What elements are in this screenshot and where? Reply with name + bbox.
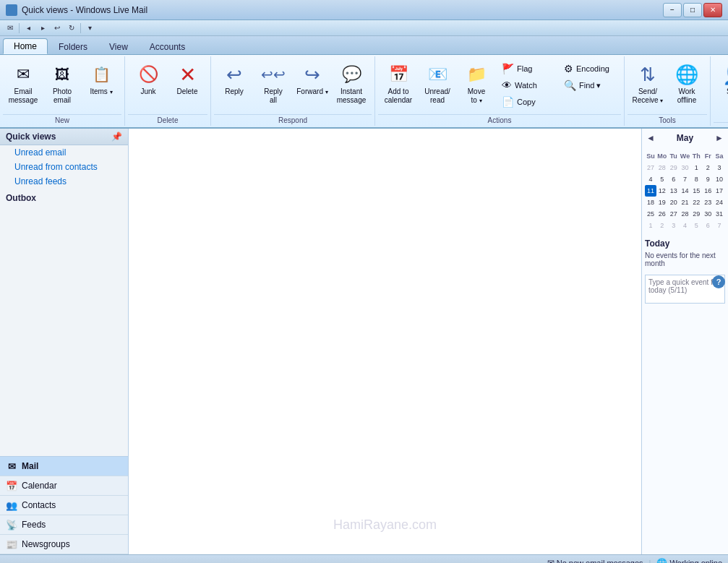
unread-feeds-item[interactable]: Unread feeds <box>0 174 128 189</box>
cal-day-2[interactable]: 2 <box>702 162 714 173</box>
unread-email-item[interactable]: Unread email <box>0 145 128 160</box>
reply-icon: ↩ <box>223 63 246 86</box>
cal-day-15[interactable]: 15 <box>690 185 702 197</box>
nav-calendar-label: Calendar <box>22 481 57 491</box>
cal-day-28[interactable]: 28 <box>680 208 691 220</box>
encoding-button[interactable]: ⚙ Encoding <box>560 61 618 77</box>
reply-all-button[interactable]: ↩↩ Replyall <box>254 59 292 107</box>
today-label: Today <box>645 238 725 249</box>
copy-button[interactable]: 📄 Copy <box>498 94 556 110</box>
nav-mail[interactable]: ✉ Mail <box>0 457 128 476</box>
add-to-calendar-button[interactable]: 📅 Add tocalendar <box>380 59 417 107</box>
cal-day-5-next[interactable]: 5 <box>690 220 702 231</box>
cal-day-25[interactable]: 25 <box>645 208 656 220</box>
cal-day-27[interactable]: 27 <box>668 208 680 220</box>
cal-day-30-prev[interactable]: 30 <box>680 162 691 173</box>
quick-views-header: Quick views 📌 <box>0 129 128 145</box>
unread-read-button[interactable]: 📧 Unread/read <box>419 59 456 107</box>
cal-day-29[interactable]: 29 <box>690 208 702 220</box>
items-button[interactable]: 📋 Items ▾ <box>82 59 120 106</box>
cal-day-9[interactable]: 9 <box>702 173 714 185</box>
cal-day-19[interactable]: 19 <box>656 197 668 208</box>
signin-group-label <box>714 122 728 124</box>
cal-day-12[interactable]: 12 <box>656 185 668 197</box>
quick-undo-button[interactable]: ↩ <box>50 22 64 35</box>
cal-day-31[interactable]: 31 <box>714 208 725 220</box>
cal-day-3[interactable]: 3 <box>714 162 725 173</box>
content-area: HamiRayane.com <box>129 129 641 554</box>
no-email-status: ✉ No new email messages <box>547 558 643 564</box>
unread-contacts-item[interactable]: Unread from contacts <box>0 160 128 174</box>
cal-day-6-next[interactable]: 6 <box>702 220 714 231</box>
cal-day-26[interactable]: 26 <box>656 208 668 220</box>
quick-views-pin-icon[interactable]: 📌 <box>111 132 122 142</box>
work-offline-button[interactable]: 🌐 Workoffline <box>668 59 706 107</box>
cal-day-1-next[interactable]: 1 <box>645 220 656 231</box>
cal-day-23[interactable]: 23 <box>702 197 714 208</box>
quick-new-button[interactable]: ✉ <box>3 22 17 35</box>
respond-group-label: Respond <box>214 114 372 124</box>
calendar-week-2: 4 5 6 7 8 9 10 <box>645 173 725 185</box>
forward-button[interactable]: ↪ Forward ▾ <box>294 59 331 106</box>
cal-day-6[interactable]: 6 <box>668 173 680 185</box>
cal-day-20[interactable]: 20 <box>668 197 680 208</box>
delete-button[interactable]: ✕ Delete <box>168 59 206 106</box>
junk-button[interactable]: 🚫 Junk <box>129 59 167 106</box>
nav-feeds[interactable]: 📡 Feeds <box>0 515 128 535</box>
nav-newsgroups[interactable]: 📰 Newsgroups <box>0 535 128 554</box>
quick-dropdown-button[interactable]: ▾ <box>82 22 97 35</box>
cal-day-24[interactable]: 24 <box>714 197 725 208</box>
find-button[interactable]: 🔍 Find ▾ <box>560 77 618 93</box>
day-header-th: Th <box>690 150 702 162</box>
forward-icon: ↪ <box>301 63 324 86</box>
cal-day-10[interactable]: 10 <box>714 173 725 185</box>
cal-day-1[interactable]: 1 <box>690 162 702 173</box>
cal-day-30[interactable]: 30 <box>702 208 714 220</box>
nav-contacts[interactable]: 👥 Contacts <box>0 496 128 515</box>
cal-day-13[interactable]: 13 <box>668 185 680 197</box>
quick-forward-button[interactable]: ▸ <box>35 22 50 35</box>
cal-day-22[interactable]: 22 <box>690 197 702 208</box>
cal-day-4[interactable]: 4 <box>645 173 656 185</box>
minimize-button[interactable]: − <box>663 3 682 17</box>
sign-in-button[interactable]: 👤 Signin <box>715 59 728 107</box>
tab-home[interactable]: Home <box>3 38 48 54</box>
cal-day-2-next[interactable]: 2 <box>656 220 668 231</box>
send-receive-button[interactable]: ⇅ Send/Receive ▾ <box>629 59 667 107</box>
close-button[interactable]: ✕ <box>703 3 722 17</box>
instant-message-button[interactable]: 💬 Instantmessage <box>333 59 370 107</box>
maximize-button[interactable]: □ <box>683 3 702 17</box>
cal-day-17[interactable]: 17 <box>714 185 725 197</box>
calendar-next-button[interactable]: ► <box>714 133 725 143</box>
tab-view[interactable]: View <box>98 38 139 54</box>
envelope-status-icon: ✉ <box>547 558 554 564</box>
watch-button[interactable]: 👁 Watch <box>498 77 556 93</box>
reply-button[interactable]: ↩ Reply <box>215 59 253 106</box>
cal-day-8[interactable]: 8 <box>690 173 702 185</box>
cal-day-16[interactable]: 16 <box>702 185 714 197</box>
cal-day-21[interactable]: 21 <box>680 197 691 208</box>
email-message-button[interactable]: ✉ Email message <box>4 59 42 107</box>
cal-day-14[interactable]: 14 <box>680 185 691 197</box>
cal-day-7[interactable]: 7 <box>680 173 691 185</box>
cal-day-28-prev[interactable]: 28 <box>656 162 668 173</box>
help-button[interactable]: ? <box>712 275 725 288</box>
photo-email-button[interactable]: 🖼 Photo email <box>43 59 81 107</box>
cal-day-3-next[interactable]: 3 <box>668 220 680 231</box>
flag-button[interactable]: 🚩 Flag <box>498 61 556 77</box>
quick-refresh-button[interactable]: ↻ <box>64 22 79 35</box>
move-to-button[interactable]: 📁 Moveto ▾ <box>458 59 495 107</box>
no-email-text: No new email messages <box>557 559 643 564</box>
cal-day-27-prev[interactable]: 27 <box>645 162 656 173</box>
nav-calendar[interactable]: 📅 Calendar <box>0 476 128 496</box>
cal-day-29-prev[interactable]: 29 <box>668 162 680 173</box>
cal-day-4-next[interactable]: 4 <box>680 220 691 231</box>
cal-day-18[interactable]: 18 <box>645 197 656 208</box>
cal-day-5[interactable]: 5 <box>656 173 668 185</box>
quick-back-button[interactable]: ◂ <box>21 22 35 35</box>
tab-folders[interactable]: Folders <box>48 38 98 54</box>
tab-accounts[interactable]: Accounts <box>139 38 196 54</box>
cal-day-11-today[interactable]: 11 <box>645 185 656 197</box>
calendar-prev-button[interactable]: ◄ <box>645 133 656 143</box>
cal-day-7-next[interactable]: 7 <box>714 220 725 231</box>
